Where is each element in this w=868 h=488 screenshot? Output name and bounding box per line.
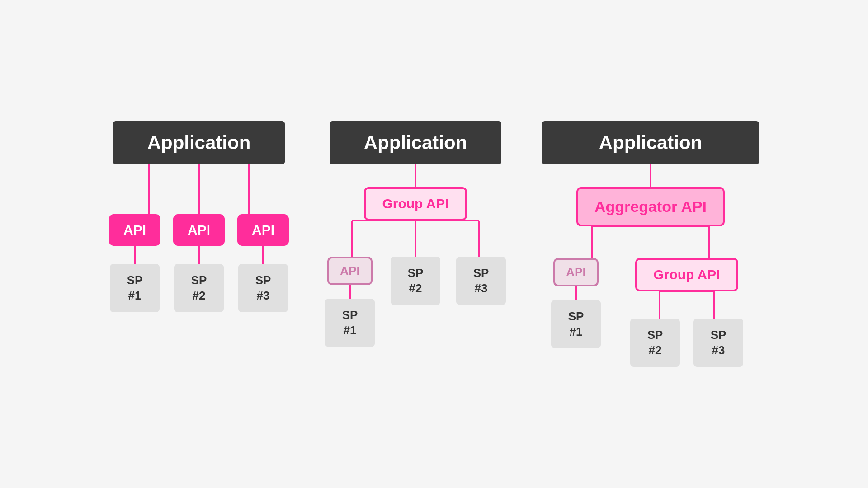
diagram-2-api-to-sp1-line (349, 285, 351, 299)
diagram-1-sp-3: SP#3 (238, 264, 288, 313)
diagram-3-left-col: API SP#1 (551, 258, 601, 349)
diagram-2-bottom-row: API SP#1 SP#2 SP#3 (325, 257, 506, 347)
diagram-1-top-connectors (113, 164, 285, 214)
diagram-3-mid-row: API SP#1 Group API SP#2 SP#3 (542, 258, 759, 367)
diagram-2-app-box: Application (330, 121, 501, 164)
diagram-2-sp-3: SP#3 (456, 257, 506, 305)
diagram-1-api-1: API (109, 214, 160, 246)
diagram-1-api2-to-sp2-line (198, 246, 200, 264)
diagram-3-aggregator-api: Aggregator API (576, 187, 725, 226)
diagram-2-api: API (327, 257, 372, 285)
diagram-1-api1-to-sp1-line (134, 246, 136, 264)
diagram-1-api-col-1: API SP#1 (109, 214, 160, 313)
diagram-3: Application Aggregator API API SP#1 (542, 121, 759, 367)
diagram-1-app-label: Application (147, 132, 251, 153)
diagram-3-sp-2: SP#2 (630, 319, 680, 367)
diagram-1-sp-1: SP#1 (110, 264, 160, 313)
diagram-3-app-box: Application (542, 121, 759, 164)
diagram-2-app-label: Application (364, 132, 467, 153)
diagram-1-app-box: Application (113, 121, 285, 164)
diagram-3-api: API (553, 258, 598, 286)
diagram-2-sp-2: SP#2 (391, 257, 440, 305)
diagram-1-api3-to-sp3-line (262, 246, 264, 264)
diagram-1-api-col-3: API SP#3 (237, 214, 289, 313)
diagram-3-right-col: Group API SP#2 SP#3 (628, 258, 745, 367)
diagrams-container: Application API SP#1 API (0, 94, 868, 394)
diagram-1-api-3: API (237, 214, 289, 246)
diagram-2-app-to-group-line (415, 164, 416, 187)
diagram-3-api-to-sp1-line (575, 286, 577, 300)
diagram-2-api-sp1-col: API SP#1 (325, 257, 375, 347)
diagram-1: Application API SP#1 API (109, 121, 289, 313)
diagram-1-api-row: API SP#1 API SP#2 API SP#3 (109, 214, 289, 313)
diagram-2-group-api: Group API (364, 187, 467, 221)
diagram-2-sp2-col: SP#2 (391, 257, 440, 305)
diagram-1-sp-2: SP#2 (174, 264, 224, 313)
diagram-3-app-label: Application (599, 132, 703, 153)
diagram-3-agg-connectors (542, 226, 759, 258)
diagram-3-group-connectors (628, 291, 745, 319)
diagram-2: Application Group API API (325, 121, 506, 347)
diagram-3-app-to-agg-line (650, 164, 651, 187)
diagram-2-sp-1: SP#1 (325, 299, 375, 347)
diagram-3-right-sp-row: SP#2 SP#3 (628, 319, 745, 367)
diagram-3-sp-1: SP#1 (551, 300, 601, 349)
diagram-1-api-col-2: API SP#2 (173, 214, 225, 313)
diagram-3-sp-3: SP#3 (693, 319, 743, 367)
diagram-1-api-2: API (173, 214, 225, 246)
diagram-3-group-api: Group API (635, 258, 738, 291)
diagram-2-group-connectors (325, 221, 506, 257)
diagram-2-sp3-col: SP#3 (456, 257, 506, 305)
